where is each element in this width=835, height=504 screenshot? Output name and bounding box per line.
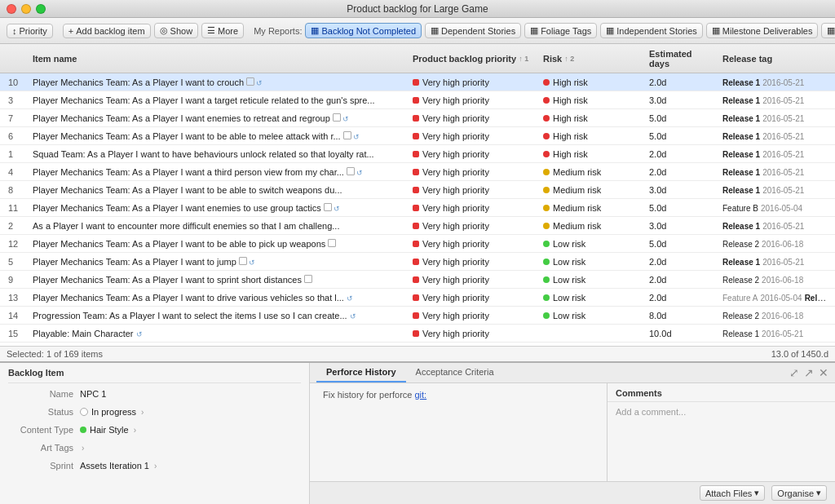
table-row[interactable]: 6 Player Mechanics Team: As a Player I w… [0, 127, 835, 145]
add-comment-field[interactable]: Add a comment... [607, 402, 835, 422]
table-row[interactable]: 13 Player Mechanics Team: As a Player I … [0, 289, 835, 307]
tab-perforce-history[interactable]: Perforce History [316, 363, 406, 382]
row-name: Player Mechanics Team: As a Player I wan… [28, 166, 408, 179]
selected-count: Selected: 1 of 169 items [7, 349, 103, 359]
content-type-chevron: › [134, 426, 136, 435]
sprint-chevron: › [154, 462, 157, 471]
expand-icon[interactable]: ⤢ [789, 366, 799, 379]
priority-button[interactable]: ↕ Priority [7, 24, 53, 38]
row-days: 2.0d [644, 291, 718, 304]
independent-stories-button[interactable]: ▦ Independent Stories [600, 23, 702, 38]
row-release: Feature A 2016-05-04 Release 1 2016-05-2… [718, 291, 832, 304]
priority-label: Priority [20, 26, 47, 36]
content-type-value[interactable]: Hair Style › [80, 425, 136, 435]
row-num: 15 [3, 327, 28, 340]
window-title: Product backlog for Large Game [347, 3, 488, 15]
more-button[interactable]: ☰ More [201, 23, 244, 38]
maximize-btn[interactable] [36, 4, 46, 14]
row-priority: Very high priority [408, 183, 538, 197]
row-days: 2.0d [644, 166, 718, 179]
row-num: 7 [3, 112, 28, 125]
table-row[interactable]: 4 Player Mechanics Team: As a Player I w… [0, 163, 835, 181]
row-days: 2.0d [644, 76, 718, 89]
bar3-icon: ▦ [606, 25, 614, 36]
row-priority: Very high priority [408, 219, 538, 232]
row-priority: Very high priority [408, 201, 538, 214]
table-row[interactable]: 11 Player Mechanics Team: As a Player I … [0, 199, 835, 217]
row-risk: High risk [538, 112, 644, 125]
table-row[interactable]: 1 Squad Team: As a Player I want to have… [0, 145, 835, 163]
table-area: Item name Product backlog priority ↑ 1 R… [0, 44, 835, 346]
table-row[interactable]: 15 Playable: Main Character ↺ Very high … [0, 325, 835, 343]
col-priority[interactable]: Product backlog priority ↑ 1 [408, 51, 538, 67]
titlebar: Product backlog for Large Game [0, 0, 835, 18]
total-days: 13.0 of 1450.d [771, 349, 828, 359]
col-release-tag[interactable]: Release tag [718, 51, 832, 67]
table-row[interactable]: 10 Player Mechanics Team: As a Player I … [0, 73, 835, 91]
organise-button[interactable]: Organise ▾ [771, 485, 827, 501]
show-button[interactable]: ◎ Show [154, 23, 199, 38]
priority-header: Product backlog priority [413, 54, 516, 64]
row-num: 4 [3, 166, 28, 179]
col-estimated-days[interactable]: Estimated days [644, 46, 718, 72]
minimize-btn[interactable] [21, 4, 31, 14]
status-circle-icon [80, 408, 88, 416]
release1-status-button[interactable]: ▦ Release 1 Status [821, 23, 835, 38]
tab-acceptance-criteria[interactable]: Acceptance Criteria [406, 363, 504, 382]
backlog-item-panel: Backlog Item Name NPC 1 Status In progre… [0, 363, 310, 504]
row-release: Release 1 2016-05-21 [718, 219, 832, 232]
art-tags-value[interactable]: › [80, 444, 84, 453]
external-link-icon[interactable]: ↗ [804, 366, 814, 379]
foliage-tags-button[interactable]: ▦ Foliage Tags [524, 23, 597, 38]
bottom-footer: Attach Files ▾ Organise ▾ [310, 481, 835, 504]
row-name: Player Mechanics Team: As a Player I wan… [28, 94, 408, 107]
bar-icon: ▦ [431, 25, 439, 36]
dependent-stories-button[interactable]: ▦ Dependent Stories [425, 23, 521, 38]
tab-content: Fix history for perforce git: Comments A… [310, 383, 835, 481]
status-chevron: › [141, 408, 144, 417]
milestone-deliverables-button[interactable]: ▦ Milestone Deliverables [706, 23, 819, 38]
sprint-value[interactable]: Assets Iteration 1 › [80, 461, 157, 471]
attach-chevron: ▾ [754, 488, 759, 498]
row-priority: Very high priority [408, 291, 538, 304]
col-item-name[interactable]: Item name [28, 51, 408, 67]
table-row[interactable]: 5 Player Mechanics Team: As a Player I w… [0, 253, 835, 271]
row-days: 3.0d [644, 94, 718, 107]
row-num: 3 [3, 94, 28, 107]
row-name: Player Mechanics Team: As a Player I wan… [28, 201, 408, 214]
table-row[interactable]: 14 Progression Team: As a Player I want … [0, 307, 835, 325]
status-label: Status [8, 407, 73, 417]
table-row[interactable]: 2 As a Player I want to encounter more d… [0, 217, 835, 235]
col-risk[interactable]: Risk ↑ 2 [538, 51, 644, 67]
table-row[interactable]: 12 Player Mechanics Team: As a Player I … [0, 235, 835, 253]
perforce-content: Fix history for perforce git: [310, 383, 607, 481]
attach-files-button[interactable]: Attach Files ▾ [700, 485, 765, 501]
row-risk: Medium risk [538, 183, 644, 197]
content-type-label: Content Type [8, 425, 73, 435]
table-row[interactable]: 7 Player Mechanics Team: As a Player I w… [0, 109, 835, 127]
table-row[interactable]: 8 Player Mechanics Team: As a Player I w… [0, 181, 835, 199]
perforce-link[interactable]: git: [414, 390, 426, 400]
status-bar: Selected: 1 of 169 items 13.0 of 1450.d [0, 346, 835, 361]
row-release: Release 1 2016-05-21 [718, 327, 832, 340]
table-row[interactable]: 3 Player Mechanics Team: As a Player I w… [0, 91, 835, 109]
close-panel-icon[interactable]: ✕ [819, 366, 828, 379]
days-header: Estimated days [649, 49, 713, 69]
row-num: 8 [3, 183, 28, 197]
more-label: More [218, 26, 238, 36]
row-release: Feature B 2016-05-04 [718, 201, 832, 214]
content-type-dot [80, 427, 86, 433]
backlog-not-completed-button[interactable]: ▦ Backlog Not Completed [305, 23, 422, 38]
table-header: Item name Product backlog priority ↑ 1 R… [0, 44, 835, 73]
backlog-item-title: Backlog Item [0, 363, 309, 381]
bottom-right-panel: Perforce History Acceptance Criteria ⤢ ↗… [310, 363, 835, 504]
close-btn[interactable] [7, 4, 16, 14]
add-backlog-button[interactable]: + Add backlog item [63, 24, 151, 38]
priority-sort-icon: ↑ 1 [519, 55, 528, 63]
bottom-panel: Backlog Item Name NPC 1 Status In progre… [0, 361, 835, 504]
status-value[interactable]: In progress › [80, 407, 144, 417]
table-row[interactable]: 9 Player Mechanics Team: As a Player I w… [0, 271, 835, 289]
row-name: Player Mechanics Team: As a Player I wan… [28, 76, 408, 89]
more-icon: ☰ [207, 25, 215, 36]
content-type-row: Content Type Hair Style › [0, 421, 309, 439]
